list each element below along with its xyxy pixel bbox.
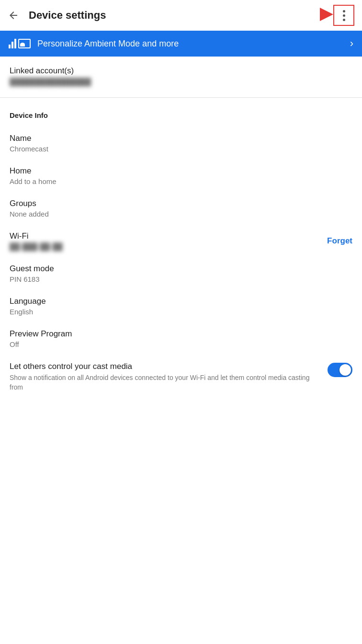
setting-label-home: Home xyxy=(10,166,352,176)
setting-label-language: Language xyxy=(10,297,352,306)
setting-value-wifi: ██-███-██-██ xyxy=(10,242,352,251)
setting-row-wifi[interactable]: Wi-Fi ██-███-██-██ Forget xyxy=(0,225,362,257)
setting-row-language[interactable]: Language English xyxy=(0,290,362,322)
cast-control-text: Let others control your cast media Show … xyxy=(10,362,328,392)
image-icon xyxy=(18,39,31,48)
linked-account-section: Linked account(s) ████████████████ xyxy=(0,57,362,93)
bar-chart-icon xyxy=(9,39,16,48)
cast-control-description: Show a notification on all Android devic… xyxy=(10,373,320,392)
setting-label-name: Name xyxy=(10,134,352,143)
setting-value-name: Chromecast xyxy=(10,145,352,153)
setting-row-name[interactable]: Name Chromecast xyxy=(0,127,362,160)
more-vert-icon xyxy=(343,10,345,21)
arrow-annotation xyxy=(320,8,333,23)
more-options-button[interactable] xyxy=(333,5,354,26)
cast-control-label: Let others control your cast media xyxy=(10,362,320,371)
chevron-right-icon: › xyxy=(350,37,353,50)
ambient-banner-text: Personalize Ambient Mode and more xyxy=(37,39,350,49)
wifi-forget-button[interactable]: Forget xyxy=(327,236,352,246)
cast-control-row[interactable]: Let others control your cast media Show … xyxy=(0,355,362,399)
linked-account-value: ████████████████ xyxy=(10,78,352,86)
setting-value-groups: None added xyxy=(10,210,352,218)
red-arrow-icon xyxy=(320,8,333,21)
setting-label-guest-mode: Guest mode xyxy=(10,264,352,274)
setting-value-language: English xyxy=(10,308,352,316)
device-info-section-header: Device Info xyxy=(0,102,362,119)
cast-control-toggle[interactable] xyxy=(328,363,352,377)
page-title: Device settings xyxy=(29,9,333,22)
section-divider-1 xyxy=(0,97,362,98)
device-info-title: Device Info xyxy=(10,111,352,119)
ambient-icons xyxy=(9,39,31,48)
setting-label-preview-program: Preview Program xyxy=(10,329,352,339)
setting-value-home: Add to a home xyxy=(10,177,352,185)
linked-account-label: Linked account(s) xyxy=(10,66,352,76)
setting-row-groups[interactable]: Groups None added xyxy=(0,192,362,225)
setting-value-guest-mode: PIN 6183 xyxy=(10,275,352,283)
ambient-mode-banner[interactable]: Personalize Ambient Mode and more › xyxy=(0,31,362,57)
setting-row-preview-program[interactable]: Preview Program Off xyxy=(0,322,362,355)
setting-row-home[interactable]: Home Add to a home xyxy=(0,160,362,192)
setting-value-preview-program: Off xyxy=(10,340,352,348)
setting-label-wifi: Wi-Fi xyxy=(10,231,352,241)
header: Device settings xyxy=(0,0,362,31)
setting-label-groups: Groups xyxy=(10,199,352,208)
setting-row-guest-mode[interactable]: Guest mode PIN 6183 xyxy=(0,257,362,290)
back-button[interactable] xyxy=(8,10,19,21)
